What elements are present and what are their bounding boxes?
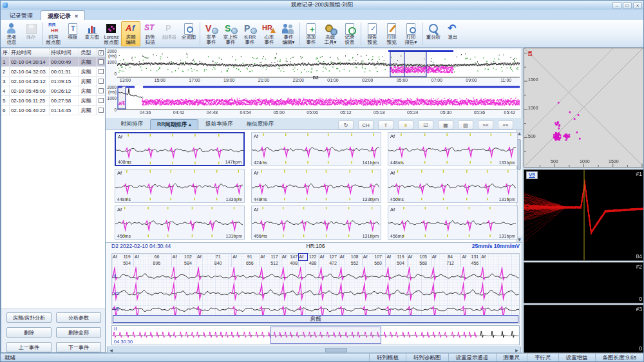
beat-type-label[interactable]: Af (232, 254, 240, 260)
channel-icon[interactable]: CH (358, 120, 374, 129)
horizontal-scrollbar-thumb[interactable] (325, 348, 347, 352)
beat-annotation[interactable]: Af147408 (281, 254, 298, 267)
column-header[interactable]: 类型 (79, 48, 97, 57)
row-checkbox[interactable] (99, 108, 104, 113)
trend1-canvas[interactable] (117, 50, 520, 78)
beat-type-label[interactable]: Af (461, 254, 469, 260)
action-button[interactable]: 下一事件 (56, 342, 101, 352)
af-strip-cell[interactable]: Af456ms131bpm (115, 205, 245, 240)
table-row[interactable]: 302-10 04:35:1201:09:15房颤 (1, 77, 105, 86)
beat-annotation[interactable]: Af107560 (362, 254, 386, 267)
action-button[interactable]: 分析参数 (56, 312, 101, 323)
status-button[interactable]: 测量尺 (496, 354, 527, 362)
collapse-icon[interactable]: »« (478, 120, 493, 129)
beat-annotation[interactable]: Af84712 (431, 254, 461, 267)
beat-type-label[interactable]: Af (339, 254, 348, 260)
reanalyze-button[interactable]: 重分析 (424, 21, 443, 46)
grid-alt-view-icon[interactable]: ▧ (458, 120, 473, 129)
beat-type-label[interactable]: Af (431, 254, 440, 260)
hr-event-button[interactable]: 心率事件 (260, 21, 279, 46)
beat-type-label[interactable]: Af (172, 254, 180, 260)
action-button[interactable]: 上一事件 (6, 342, 52, 352)
overview-strip[interactable]: II 04:30:30 (111, 325, 520, 345)
status-button[interactable]: 转到诊断图 (406, 354, 448, 362)
beat-annotation[interactable]: Af66896 (133, 254, 171, 267)
action-button[interactable]: 删除 (6, 327, 52, 338)
column-header[interactable]: 开始时间 (10, 48, 50, 57)
report-preview-button[interactable]: 报告预览 (363, 21, 382, 46)
status-button[interactable]: 设置增益 (558, 354, 595, 362)
beat-annotation[interactable]: Af117512 (259, 254, 281, 267)
sort-tab[interactable]: 相似度排序 (240, 119, 280, 129)
add-event-button[interactable]: 添加事件 (301, 21, 321, 46)
af-strip-cell[interactable]: Af424ms141bpm (251, 132, 381, 166)
lorenz-button[interactable]: Lorenz散点图 (102, 21, 121, 46)
table-row[interactable]: 402-10 05:45:0000:26:12房颤 (1, 86, 105, 96)
table-row[interactable]: 202-10 04:32:0300:01:31房颤 (1, 67, 105, 77)
row-checkbox[interactable] (99, 88, 104, 93)
v-event-button[interactable]: 室早事件 (202, 21, 221, 46)
beat-type-label[interactable]: Af (363, 254, 371, 260)
beat-type-label[interactable]: Af (299, 254, 307, 260)
tab-close-icon[interactable]: × (75, 13, 78, 19)
beat-annotation[interactable]: Af71840 (196, 254, 231, 267)
action-button[interactable]: 房颤/房扑分析 (6, 312, 52, 323)
table-row[interactable]: 602-10 06:40:2201:14:45房颤 (1, 106, 105, 115)
af-strip-cell[interactable]: Af456ms131bpm (388, 205, 518, 240)
action-button[interactable]: 删除全部 (56, 327, 101, 338)
status-button[interactable]: 条图长度:9.6s (595, 354, 643, 362)
ecg-traces-canvas[interactable] (112, 267, 519, 316)
patient-button[interactable]: 患者信息 (2, 21, 21, 46)
time-scatter-button[interactable]: 时间散点图 (44, 21, 63, 46)
beat-annotation[interactable]: Af91656 (231, 254, 259, 267)
af-strip-cell[interactable]: Af448ms133bpm (388, 132, 518, 166)
beat-type-label[interactable]: Af (281, 254, 290, 260)
beat-type-label[interactable]: Af (408, 254, 416, 260)
tab-record-management[interactable]: 记录管理 (3, 10, 39, 20)
exit-button[interactable]: 退出 (443, 21, 462, 46)
af-strip-cell[interactable]: Af408ms147bpm (115, 132, 245, 166)
column-header[interactable]: 持续时间 (50, 48, 79, 57)
beat-type-label[interactable]: Af (196, 254, 205, 260)
event-edit-button[interactable]: 事件编辑▾ (279, 21, 298, 46)
beat-type-label[interactable]: Af (112, 254, 120, 260)
af-strip-cell[interactable]: Af456ms131bpm (388, 169, 518, 203)
row-checkbox[interactable] (99, 79, 104, 84)
beat-annotation[interactable]: Af108552 (339, 254, 362, 267)
column-header-checkbox[interactable]: ✓ (97, 48, 105, 57)
beat-annotation[interactable]: Af122488 (298, 254, 319, 267)
afib-event-band[interactable]: 房颤 (113, 315, 518, 323)
ecg-paper[interactable]: Af119504Af66896Af102584Af71840Af91656Af1… (111, 253, 520, 324)
beat-annotation[interactable]: Af (480, 254, 519, 267)
expand-icon[interactable]: «» (498, 120, 513, 129)
beat-type-label[interactable]: Af (260, 254, 268, 260)
beat-type-label[interactable]: Af (319, 254, 328, 260)
template-button[interactable]: 模板 (63, 21, 82, 46)
template-panel-1[interactable]: V5 #1 84 (524, 169, 644, 261)
beat-annotation[interactable]: Af131456 (460, 254, 480, 267)
af-edit-button[interactable]: 房颤编辑 (121, 21, 140, 46)
interval-marks-icon[interactable]: ‖ (398, 120, 413, 129)
beat-annotation[interactable]: Af105568 (407, 254, 431, 267)
status-button[interactable]: 转到模板 (369, 354, 406, 362)
trend-scan-button[interactable]: 趋势扫描 (140, 21, 160, 46)
lorenz-plot[interactable]: R 1500100050050010001500 (524, 48, 644, 167)
beat-type-label[interactable]: Af (134, 254, 142, 260)
select-all-checkbox[interactable]: ✓ (99, 50, 104, 55)
select-events-icon[interactable]: ☑ (418, 120, 433, 129)
trend2-canvas[interactable] (117, 86, 520, 110)
grid-view-icon[interactable]: ▦ (438, 120, 453, 129)
template-lead-selector[interactable]: V5 (526, 171, 538, 179)
sort-tab[interactable]: RR间期排序 ▴ (150, 119, 198, 129)
af-strip-cell[interactable]: Af448ms133bpm (251, 169, 381, 203)
sort-tab[interactable]: 时间排序 (115, 119, 149, 129)
rec-settings-button[interactable]: 记录设置 (340, 21, 359, 46)
row-checkbox[interactable] (99, 98, 104, 103)
template-panel-3[interactable]: #3 0 (524, 305, 644, 353)
print-report-button[interactable]: 打印报告▾ (401, 21, 421, 46)
beat-annotation[interactable]: Af127472 (319, 254, 339, 267)
scroll-right-icon[interactable]: ▶ (514, 347, 520, 353)
ecg-scale[interactable]: 25mm/s 10mm/mV (472, 243, 520, 249)
refresh-icon[interactable]: ↻ (338, 120, 354, 129)
row-checkbox[interactable] (99, 69, 104, 74)
